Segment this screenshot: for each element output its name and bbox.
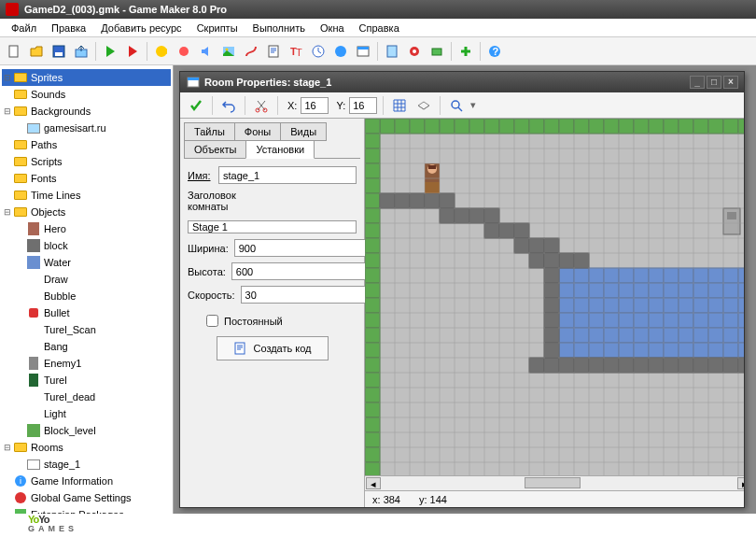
tree-item[interactable]: Global Game Settings — [2, 489, 171, 506]
room-height-input[interactable] — [231, 262, 370, 280]
resource-tree[interactable]: ⊟SpritesSounds⊟Backgroundsgamesisart.ruP… — [0, 65, 174, 514]
iso-grid-icon[interactable] — [413, 95, 434, 116]
run-icon[interactable] — [100, 41, 120, 62]
zoom-dropdown-icon[interactable]: ▾ — [470, 99, 476, 111]
tree-item[interactable]: ⊟Rooms — [2, 439, 171, 456]
snap-x-input[interactable] — [301, 97, 329, 114]
scrollbar-thumb[interactable] — [525, 477, 581, 488]
debug-icon[interactable] — [122, 41, 143, 62]
app-title: GameD2_(003).gmk - Game Maker 8.0 Pro — [24, 4, 227, 15]
menu-file[interactable]: Файл — [4, 21, 44, 35]
help-icon[interactable]: ? — [484, 41, 505, 62]
extension-icon[interactable] — [427, 41, 447, 62]
tree-item[interactable]: Block_level — [2, 422, 171, 439]
menu-help[interactable]: Справка — [352, 21, 407, 35]
save-icon[interactable] — [49, 41, 69, 62]
tree-obj-hero-icon — [26, 222, 41, 235]
tree-item[interactable]: Light — [2, 405, 171, 422]
tree-item[interactable]: ⊟Backgrounds — [2, 103, 171, 120]
game-info-icon[interactable] — [382, 41, 402, 62]
svg-rect-58 — [365, 193, 380, 208]
scroll-right-icon[interactable]: ▸ — [737, 477, 744, 489]
export-icon[interactable] — [71, 41, 91, 62]
minimize-icon[interactable]: _ — [690, 76, 705, 89]
svg-point-16 — [413, 49, 416, 53]
grid-icon[interactable] — [389, 95, 410, 116]
sound-icon[interactable] — [196, 41, 217, 62]
tree-item[interactable]: Water — [2, 254, 171, 271]
tree-item[interactable]: Scripts — [2, 153, 171, 170]
horizontal-scrollbar[interactable]: ◂ ▸ — [365, 475, 744, 490]
close-icon[interactable]: × — [723, 76, 738, 89]
pacman-icon[interactable] — [151, 41, 172, 62]
tree-item[interactable]: Bang — [2, 338, 171, 355]
tree-item[interactable]: Bubble — [2, 288, 171, 304]
svg-rect-97 — [649, 283, 664, 298]
tab-backgrounds[interactable]: Фоны — [234, 122, 281, 141]
tab-views[interactable]: Виды — [280, 122, 327, 141]
tree-obj-icon — [26, 290, 41, 303]
confirm-icon[interactable] — [186, 95, 206, 116]
room-width-input[interactable] — [234, 239, 372, 257]
tree-item[interactable]: Turel_Scan — [2, 321, 171, 338]
room-window-titlebar[interactable]: Room Properties: stage_1 _ □ × — [180, 72, 744, 92]
room-caption-input[interactable] — [188, 220, 357, 233]
font-icon[interactable]: TT — [286, 41, 306, 62]
script-icon[interactable] — [263, 41, 284, 62]
tree-item[interactable]: Paths — [2, 136, 171, 153]
svg-rect-164 — [484, 208, 499, 223]
tree-item[interactable]: Fonts — [2, 170, 171, 187]
tree-item[interactable]: Time Lines — [2, 187, 171, 204]
maximize-icon[interactable]: □ — [707, 76, 721, 89]
cut-icon[interactable] — [251, 95, 272, 116]
tree-item[interactable]: Draw — [2, 271, 171, 288]
tree-toggle-icon[interactable]: ⊟ — [2, 443, 13, 452]
sprite-icon[interactable] — [174, 41, 194, 62]
menu-run[interactable]: Выполнить — [245, 21, 313, 35]
tree-item[interactable]: Turel — [2, 372, 171, 389]
settings-icon[interactable] — [404, 41, 425, 62]
plus-icon[interactable] — [455, 41, 476, 62]
tab-settings[interactable]: Установки — [245, 140, 315, 159]
room-name-input[interactable] — [218, 166, 357, 184]
tree-item[interactable]: Enemy1 — [2, 355, 171, 372]
background-icon[interactable] — [218, 41, 239, 62]
tree-item[interactable]: gamesisart.ru — [2, 120, 171, 136]
tree-toggle-icon[interactable]: ⊟ — [2, 73, 13, 82]
room-icon[interactable] — [353, 41, 373, 62]
object-icon[interactable] — [330, 41, 351, 62]
undo-icon[interactable] — [218, 95, 239, 116]
menu-edit[interactable]: Правка — [44, 21, 93, 35]
room-speed-input[interactable] — [241, 286, 379, 304]
svg-rect-118 — [574, 313, 589, 328]
tree-item[interactable]: Hero — [2, 220, 171, 237]
tree-item[interactable]: iGame Information — [2, 473, 171, 489]
tree-item[interactable]: block — [2, 237, 171, 254]
tree-toggle-icon[interactable]: ⊟ — [2, 106, 13, 116]
tab-objects[interactable]: Объекты — [184, 140, 246, 159]
tree-item[interactable]: Bullet — [2, 304, 171, 321]
create-code-button[interactable]: Создать код — [217, 336, 329, 360]
zoom-icon[interactable] — [446, 95, 467, 116]
tree-item[interactable]: ⊟Sprites — [2, 69, 171, 86]
svg-rect-130 — [559, 328, 574, 343]
tree-item[interactable]: ⊟Objects — [2, 204, 171, 220]
scroll-left-icon[interactable]: ◂ — [366, 477, 381, 489]
persistent-checkbox[interactable] — [206, 315, 218, 327]
tree-toggle-icon[interactable]: ⊟ — [2, 207, 13, 217]
menu-add-resource[interactable]: Добавить ресурс — [93, 21, 189, 35]
menu-scripts[interactable]: Скрипты — [189, 21, 245, 35]
open-icon[interactable] — [26, 41, 47, 62]
tree-item-label: Hero — [44, 223, 66, 234]
room-canvas[interactable] — [365, 119, 744, 475]
menu-windows[interactable]: Окна — [313, 21, 352, 35]
svg-rect-28 — [380, 119, 395, 134]
path-icon[interactable] — [241, 41, 261, 62]
new-icon[interactable] — [4, 41, 24, 62]
tree-item[interactable]: Sounds — [2, 86, 171, 103]
tree-item[interactable]: Turel_dead — [2, 389, 171, 405]
tab-tiles[interactable]: Тайлы — [184, 122, 235, 141]
snap-y-input[interactable] — [349, 97, 377, 114]
timeline-icon[interactable] — [308, 41, 329, 62]
tree-item[interactable]: stage_1 — [2, 456, 171, 473]
